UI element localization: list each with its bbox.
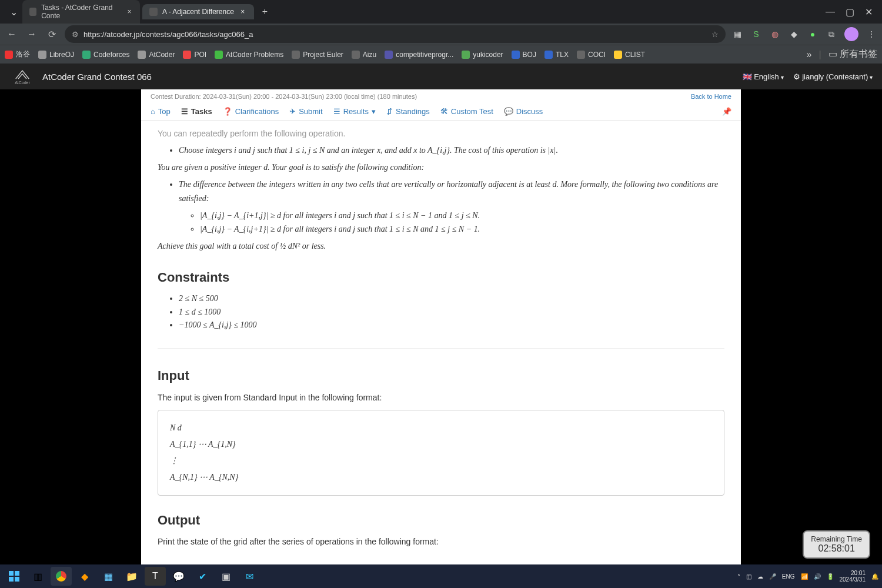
bookmark-icon <box>385 51 393 59</box>
bookmark-item[interactable]: BOJ <box>512 51 536 59</box>
bookmark-icon <box>512 51 520 59</box>
bookmarks-bar: 洛谷 LibreOJ Codeforces AtCoder POI AtCode… <box>0 45 882 64</box>
contest-duration: Contest Duration: 2024-03-31(Sun) 20:00 … <box>151 93 417 100</box>
bookmark-item[interactable]: LibreOJ <box>38 51 74 59</box>
ext5-icon[interactable]: ● <box>807 28 818 40</box>
heading-constraints: Constraints <box>158 267 724 288</box>
tab-top[interactable]: ⌂Top <box>151 107 171 116</box>
bookmark-icon <box>38 51 46 59</box>
new-tab-button[interactable]: + <box>256 6 273 17</box>
close-window-icon[interactable]: ✕ <box>865 6 873 18</box>
operation-def: Choose integers i and j such that 1 ≤ i,… <box>179 146 558 155</box>
favicon-icon <box>149 8 158 16</box>
forward-icon[interactable]: → <box>25 29 39 39</box>
all-bookmarks-folder[interactable]: ▭ 所有书签 <box>828 48 877 61</box>
bookmark-item[interactable]: Codeforces <box>82 51 129 59</box>
chat-icon: 💬 <box>504 107 513 116</box>
timer-label: Remaining Time <box>811 535 862 543</box>
ext4-icon[interactable]: ◆ <box>788 28 800 40</box>
timer-value: 02:58:01 <box>811 543 862 554</box>
bookmark-icon <box>183 51 191 59</box>
tab-1[interactable]: A - Adjacent Difference × <box>142 4 254 19</box>
site-info-icon[interactable]: ⚙ <box>72 30 79 39</box>
bookmark-item[interactable]: POI <box>183 51 206 59</box>
bookmark-item[interactable]: 洛谷 <box>5 49 30 59</box>
tab-custom-test[interactable]: 🛠Custom Test <box>440 107 493 116</box>
favicon-icon <box>29 8 36 16</box>
bookmark-icon <box>82 51 91 59</box>
bookmark-item[interactable]: yukicoder <box>462 51 503 59</box>
reload-icon[interactable]: ⟳ <box>45 29 59 40</box>
tab-tasks[interactable]: ☰Tasks <box>181 107 212 116</box>
tab-standings[interactable]: ⇵Standings <box>386 107 430 116</box>
tab-title: A - Adjacent Difference <box>162 8 234 16</box>
condition-1: |A_{i,j} − A_{i+1,j}| ≥ d for all intege… <box>200 211 480 220</box>
constraint-n: 2 ≤ N ≤ 500 <box>179 292 724 305</box>
tabs-dropdown[interactable]: ⌄ <box>5 4 22 20</box>
tab-clarifications[interactable]: ❓Clarifications <box>223 107 279 116</box>
ext2-icon[interactable]: S <box>750 28 762 40</box>
goal-given: You are given a positive integer d. Your… <box>158 161 724 174</box>
tab-title: Tasks - AtCoder Grand Conte <box>41 4 121 20</box>
tab-discuss[interactable]: 💬Discuss <box>504 107 543 116</box>
constraint-a: −1000 ≤ A_{i,j} ≤ 1000 <box>179 319 724 332</box>
wrench-icon: 🛠 <box>440 107 448 116</box>
address-bar[interactable]: ⚙ https://atcoder.jp/contests/agc066/tas… <box>65 25 726 43</box>
star-icon[interactable]: ☆ <box>711 30 719 39</box>
heading-output: Output <box>158 510 724 530</box>
bookmark-icon <box>462 51 470 59</box>
problem-statement: You can repeatedly perform the following… <box>141 121 741 560</box>
atcoder-logo[interactable]: AtCoder <box>9 66 35 87</box>
bookmark-icon <box>215 51 223 59</box>
ext1-icon[interactable]: ▦ <box>731 28 743 40</box>
bookmark-item[interactable]: COCI <box>577 51 606 59</box>
bookmark-item[interactable]: AtCoder <box>138 51 175 59</box>
tab-results[interactable]: ☰Results▾ <box>333 107 376 116</box>
bookmark-icon <box>5 51 13 59</box>
language-selector[interactable]: 🇬🇧 English <box>743 72 784 81</box>
extensions-icon[interactable]: ⧉ <box>826 28 837 40</box>
pin-icon[interactable]: 📌 <box>722 107 731 116</box>
bookmark-item[interactable]: TLX <box>544 51 569 59</box>
list-icon: ☰ <box>181 107 188 116</box>
back-to-home-link[interactable]: Back to Home <box>691 93 731 100</box>
bookmark-item[interactable]: AtCoder Problems <box>215 51 283 59</box>
input-format: N d A_{1,1} ⋯ A_{1,N} ⋮ A_{N,1} ⋯ A_{N,N… <box>158 410 724 496</box>
standings-icon: ⇵ <box>386 107 393 116</box>
constraint-d: 1 ≤ d ≤ 1000 <box>179 306 724 319</box>
bookmark-icon <box>577 51 585 59</box>
condition-main: The difference between the integers writ… <box>179 180 718 202</box>
close-icon[interactable]: × <box>239 8 247 16</box>
contest-title[interactable]: AtCoder Grand Contest 066 <box>42 72 152 82</box>
maximize-icon[interactable]: ▢ <box>846 6 854 18</box>
bookmark-icon <box>352 51 360 59</box>
bookmark-item[interactable]: competitiveprogr... <box>385 51 453 59</box>
output-description: Print the state of the grid after the se… <box>158 535 724 548</box>
bookmark-item[interactable]: CLIST <box>614 51 645 59</box>
heading-input: Input <box>158 365 724 386</box>
back-icon[interactable]: ← <box>5 29 19 39</box>
results-icon: ☰ <box>333 107 340 116</box>
profile-avatar[interactable] <box>844 27 858 41</box>
achieve-goal: Achieve this goal with a total cost of ½… <box>158 240 724 253</box>
bookmark-item[interactable]: Project Euler <box>292 51 343 59</box>
input-description: The input is given from Standard Input i… <box>158 391 724 404</box>
bookmark-icon <box>614 51 622 59</box>
bookmark-icon <box>544 51 553 59</box>
remaining-time-widget[interactable]: Remaining Time 02:58:01 <box>803 530 870 559</box>
question-icon: ❓ <box>223 107 232 116</box>
send-icon: ✈ <box>289 107 296 116</box>
menu-icon[interactable]: ⋮ <box>866 28 877 40</box>
minimize-icon[interactable]: — <box>826 6 835 18</box>
close-icon[interactable]: × <box>126 8 133 16</box>
condition-2: |A_{i,j} − A_{i,j+1}| ≥ d for all intege… <box>200 225 480 233</box>
home-icon: ⌂ <box>151 107 155 116</box>
bookmark-item[interactable]: Aizu <box>352 51 376 59</box>
tab-submit[interactable]: ✈Submit <box>289 107 322 116</box>
bookmark-icon <box>138 51 146 59</box>
bookmarks-overflow-icon[interactable]: » <box>806 49 811 60</box>
tab-0[interactable]: Tasks - AtCoder Grand Conte × <box>22 0 140 24</box>
ext3-icon[interactable]: ◍ <box>769 28 781 40</box>
user-menu[interactable]: ⚙ jiangly (Contestant) <box>793 72 873 81</box>
bookmark-icon <box>292 51 300 59</box>
